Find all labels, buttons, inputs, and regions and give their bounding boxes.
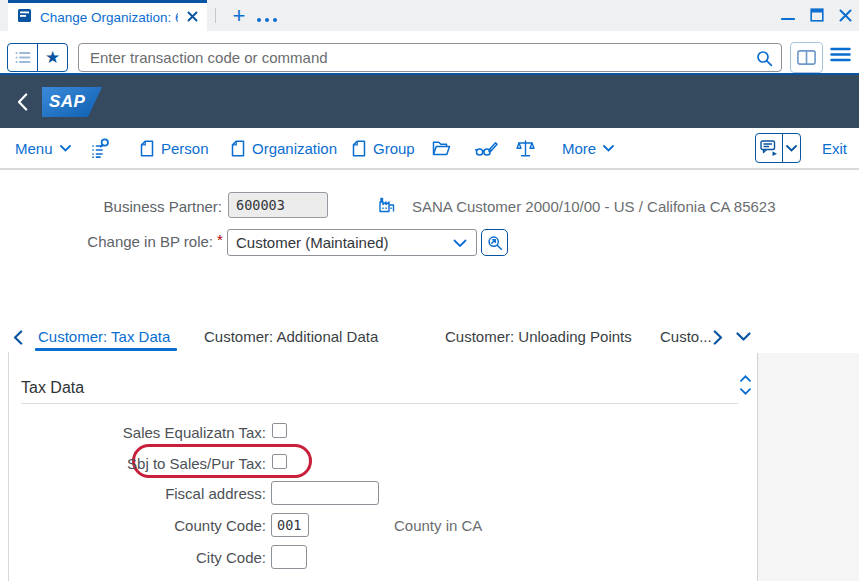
locator-button[interactable] — [91, 128, 110, 168]
back-button[interactable] — [10, 91, 34, 113]
tabs-scroll-left-icon[interactable] — [13, 330, 23, 345]
browser-tab-active[interactable]: Change Organization: 6 — [8, 0, 207, 31]
menu-item-organization[interactable]: Organization — [231, 128, 337, 168]
tab-customer-unloading-points[interactable]: Customer: Unloading Points — [445, 322, 632, 352]
transaction-code-input[interactable] — [78, 43, 782, 72]
browser-tab-bar: Change Organization: 6 + — [0, 0, 859, 31]
tab-customer-truncated[interactable]: Custo... — [660, 322, 712, 352]
sap-gui-tab-icon — [17, 8, 32, 27]
minimize-icon[interactable] — [777, 4, 799, 26]
scroll-up-icon[interactable] — [740, 375, 751, 382]
business-partner-description: SANA Customer 2000/10/00 - US / Califoni… — [412, 198, 776, 215]
fiscal-address-label: Fiscal address: — [9, 485, 266, 502]
city-code-label: City Code: — [9, 549, 266, 566]
favorites-star-icon[interactable]: ★ — [37, 44, 67, 71]
county-code-field[interactable] — [271, 513, 309, 537]
session-button-group: ★ — [7, 43, 68, 72]
display-change-button[interactable] — [475, 128, 498, 168]
menu-item-group[interactable]: Group — [352, 128, 415, 168]
tab-divider — [215, 8, 216, 23]
menu-hamburger-icon[interactable] — [830, 47, 851, 66]
section-title: Tax Data — [21, 379, 84, 397]
chevron-down-icon — [603, 145, 614, 152]
active-tab-underline — [35, 348, 177, 351]
sales-equalizatn-tax-label: Sales Equalizatn Tax: — [9, 424, 266, 441]
back-chevron-icon — [17, 93, 28, 111]
locator-icon — [91, 138, 110, 158]
required-asterisk: * — [217, 231, 223, 248]
shell-toolbar: ★ — [0, 31, 859, 73]
sbj-to-sales-pur-tax-label: Sbj to Sales/Pur Tax: — [9, 455, 266, 472]
folder-icon — [432, 140, 451, 156]
county-code-label: County Code: — [9, 517, 266, 534]
section-divider — [21, 403, 738, 404]
tabs-expand-icon[interactable] — [736, 332, 751, 342]
glasses-pencil-icon — [475, 140, 498, 157]
sales-equalizatn-tax-checkbox[interactable] — [272, 423, 287, 438]
tab-customer-additional-data[interactable]: Customer: Additional Data — [204, 322, 378, 352]
city-code-field[interactable] — [271, 545, 307, 569]
check-button[interactable] — [516, 128, 535, 168]
menu-bar: Menu Person Organization Group More — [0, 128, 859, 170]
gui-options-chevron-icon[interactable] — [782, 134, 800, 162]
business-partner-field[interactable] — [228, 192, 328, 218]
document-icon — [231, 140, 245, 157]
tabs-scroll-right-icon[interactable] — [713, 330, 723, 345]
tab-strip: Customer: Tax Data Customer: Additional … — [0, 322, 859, 352]
exit-button[interactable]: Exit — [822, 128, 847, 168]
split-view-icon — [797, 50, 816, 65]
panel-scroller — [740, 375, 751, 395]
fiscal-address-field[interactable] — [271, 481, 379, 505]
scroll-down-icon[interactable] — [740, 388, 751, 395]
chevron-down-icon — [60, 145, 71, 152]
close-icon[interactable] — [834, 4, 856, 26]
tax-data-panel: Tax Data Sales Equalizatn Tax: Sbj to Sa… — [8, 352, 757, 581]
document-icon — [352, 140, 366, 157]
more-dropdown[interactable]: More — [562, 128, 614, 168]
value-help-search-icon — [487, 235, 503, 251]
bp-role-value: Customer (Maintained) — [228, 234, 449, 251]
value-help-button[interactable] — [481, 229, 508, 256]
sap-logo[interactable]: SAP — [42, 87, 102, 117]
gui-options-split-button — [755, 133, 801, 163]
organization-building-icon — [378, 196, 395, 217]
menu-dropdown[interactable]: Menu — [15, 128, 71, 168]
tab-close-icon[interactable] — [187, 8, 198, 26]
sap-gui-window: Change Organization: 6 + ★ — [0, 0, 859, 581]
bp-role-label: Change in BP role: — [0, 233, 213, 250]
interaction-bubble-icon[interactable] — [756, 134, 782, 162]
right-gutter — [757, 353, 859, 581]
business-partner-label: Business Partner: — [0, 198, 222, 215]
page-title: Change Organization: 600003, role Custom… — [0, 167, 859, 188]
open-folder-button[interactable] — [432, 128, 451, 168]
combobox-chevron-icon[interactable] — [449, 237, 476, 248]
session-list-icon[interactable] — [8, 44, 37, 71]
split-screen-button[interactable] — [790, 42, 823, 73]
tab-overflow-icon[interactable] — [257, 18, 277, 22]
document-icon — [140, 140, 154, 157]
app-header: SAP Change Organization: 600003, role Cu… — [0, 75, 859, 128]
county-code-description: County in CA — [394, 517, 482, 534]
scales-icon — [516, 139, 535, 158]
browser-tab-title: Change Organization: 6 — [40, 10, 178, 25]
bp-role-combobox[interactable]: Customer (Maintained) — [227, 229, 477, 256]
new-tab-button[interactable]: + — [226, 1, 252, 30]
maximize-icon[interactable] — [806, 4, 828, 26]
menu-item-person[interactable]: Person — [140, 128, 209, 168]
sbj-to-sales-pur-tax-checkbox[interactable] — [272, 454, 287, 469]
search-icon[interactable] — [756, 50, 773, 71]
